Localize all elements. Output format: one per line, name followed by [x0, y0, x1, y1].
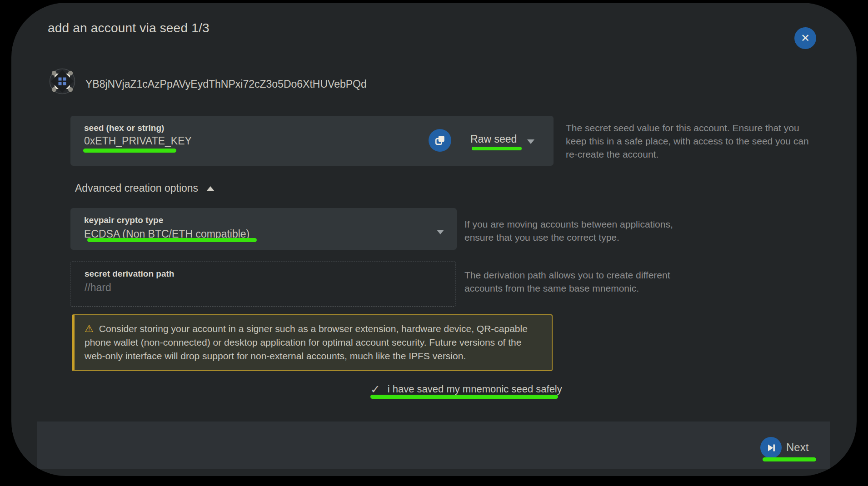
seed-type-selected: Raw seed — [470, 133, 517, 145]
account-identicon-icon[interactable] — [49, 68, 75, 94]
annotation-underline-crypto-type — [87, 238, 257, 242]
derivation-path-field: secret derivation path — [70, 261, 456, 307]
chevron-down-icon — [527, 139, 534, 144]
annotation-underline-seed-type — [472, 147, 522, 150]
seed-type-dropdown[interactable]: Raw seed — [470, 133, 517, 145]
crypto-type-label: keypair crypto type — [84, 215, 163, 225]
derivation-help-text: The derivation path allows you to create… — [464, 269, 698, 295]
skip-next-icon — [766, 442, 777, 453]
derivation-path-input[interactable] — [85, 282, 403, 294]
next-button-label[interactable]: Next — [786, 441, 808, 454]
screen: add an account via seed 1/3 ✕ YB8jNVjaZ1… — [0, 0, 868, 486]
warning-icon: ⚠ — [85, 323, 94, 334]
mnemonic-saved-label: i have saved my mnemonic seed safely — [388, 383, 562, 395]
seed-field-label: seed (hex or string) — [84, 123, 164, 133]
modal-title: add an account via seed 1/3 — [48, 21, 210, 35]
close-button[interactable]: ✕ — [794, 27, 816, 49]
check-icon: ✓ — [370, 383, 380, 395]
collapse-up-icon — [206, 186, 215, 191]
modal-footer — [37, 422, 830, 469]
advanced-options-toggle[interactable]: Advanced creation options — [75, 182, 215, 194]
warning-text: Consider storing your account in a signe… — [85, 323, 528, 361]
annotation-underline-next — [763, 457, 816, 461]
chevron-down-icon — [437, 230, 444, 234]
seed-input-panel: seed (hex or string) Raw seed — [70, 116, 554, 166]
close-icon: ✕ — [801, 33, 810, 44]
annotation-underline-seed — [83, 149, 176, 153]
crypto-help-text: If you are moving accounts between appli… — [464, 218, 692, 244]
advanced-options-label: Advanced creation options — [75, 182, 198, 194]
seed-help-text: The secret seed value for this account. … — [566, 122, 817, 161]
add-account-modal: add an account via seed 1/3 ✕ YB8jNVjaZ1… — [11, 3, 857, 476]
derivation-path-label: secret derivation path — [85, 269, 174, 279]
copy-icon — [434, 134, 446, 146]
mnemonic-saved-checkbox[interactable]: ✓ i have saved my mnemonic seed safely — [370, 383, 562, 395]
crypto-type-dropdown[interactable]: keypair crypto type ECDSA (Non BTC/ETH c… — [70, 208, 457, 250]
next-button[interactable] — [760, 437, 782, 458]
copy-seed-button[interactable] — [429, 129, 451, 152]
seed-input[interactable] — [84, 135, 402, 147]
annotation-underline-checkbox — [370, 395, 558, 399]
account-address: YB8jNVjaZ1cAzPpAVyEydThNPxi72cZ3o5Do6XtH… — [85, 78, 367, 90]
security-warning-banner: ⚠Consider storing your account in a sign… — [72, 314, 553, 371]
